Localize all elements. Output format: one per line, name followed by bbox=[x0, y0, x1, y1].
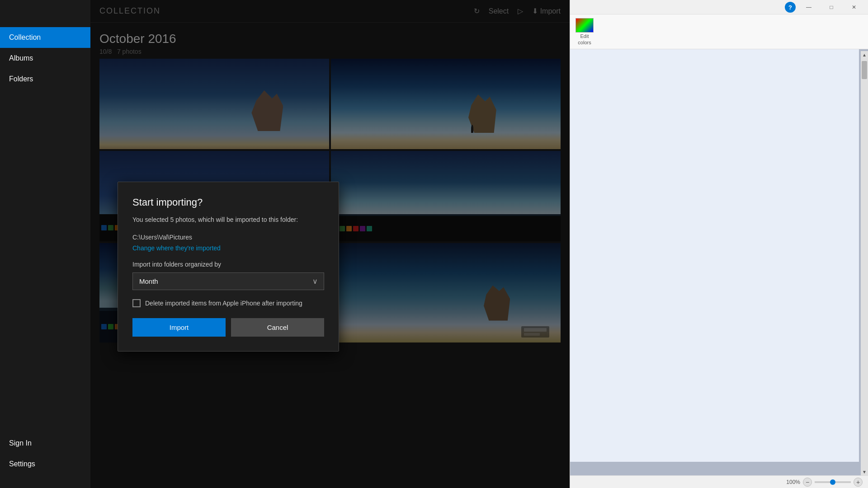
photo-app-main: COLLECTION ↻ Select ▷ ⬇ Import October 2… bbox=[90, 0, 570, 488]
sidebar-item-settings[interactable]: Settings bbox=[0, 454, 90, 474]
zoom-thumb bbox=[830, 479, 835, 485]
sidebar-item-settings-label: Settings bbox=[9, 460, 35, 468]
dialog-title: Start importing? bbox=[132, 197, 324, 208]
sidebar-item-signin-label: Sign In bbox=[9, 439, 32, 447]
maximize-icon: □ bbox=[830, 4, 833, 10]
zoom-out-button[interactable]: − bbox=[803, 478, 812, 487]
edit-colors-tool[interactable]: Edit colors bbox=[576, 18, 594, 45]
right-titlebar: ? — □ ✕ bbox=[570, 0, 868, 14]
delete-checkbox-label: Delete imported items from Apple iPhone … bbox=[145, 300, 302, 307]
sidebar-item-folders-label: Folders bbox=[9, 75, 33, 83]
sidebar-item-folders[interactable]: Folders bbox=[0, 69, 90, 89]
close-icon: ✕ bbox=[852, 4, 856, 10]
import-button[interactable]: Import bbox=[132, 318, 226, 337]
colors-label: colors bbox=[578, 40, 591, 45]
delete-checkbox-row: Delete imported items from Apple iPhone … bbox=[132, 299, 324, 307]
zoom-in-button[interactable]: + bbox=[854, 478, 863, 487]
right-statusbar: 100% − + bbox=[570, 475, 868, 488]
right-toolbar: Edit colors bbox=[570, 14, 868, 49]
zoom-slider[interactable] bbox=[815, 481, 851, 483]
dialog-description: You selected 5 photos, which will be imp… bbox=[132, 216, 324, 225]
change-location-link[interactable]: Change where they're imported bbox=[132, 244, 324, 252]
scroll-down-btn[interactable]: ▼ bbox=[861, 468, 868, 475]
organize-label: Import into folders organized by bbox=[132, 261, 324, 268]
maximize-button[interactable]: □ bbox=[821, 0, 842, 14]
help-button[interactable]: ? bbox=[785, 2, 796, 13]
sidebar-item-signin[interactable]: Sign In bbox=[0, 433, 90, 454]
sidebar-item-collection[interactable]: Collection bbox=[0, 27, 90, 48]
right-panel: ? — □ ✕ Edit colors ▲ ▼ bbox=[570, 0, 868, 488]
sidebar: Collection Albums Folders Sign In Settin… bbox=[0, 0, 90, 488]
zoom-percent: 100% bbox=[786, 479, 800, 485]
dialog-folder-path: C:\Users\Val\Pictures bbox=[132, 234, 324, 241]
dialog-overlay: Start importing? You selected 5 photos, … bbox=[90, 0, 570, 488]
delete-checkbox[interactable] bbox=[132, 299, 141, 307]
sidebar-item-albums[interactable]: Albums bbox=[0, 48, 90, 69]
organize-select[interactable]: DayMonthYearNone bbox=[132, 272, 324, 290]
edit-label: Edit bbox=[580, 33, 589, 39]
zoom-control: 100% − + bbox=[786, 478, 863, 487]
cancel-button[interactable]: Cancel bbox=[231, 318, 324, 337]
minimize-icon: — bbox=[806, 4, 811, 10]
minimize-button[interactable]: — bbox=[798, 0, 819, 14]
organize-select-wrapper: DayMonthYearNone ∨ bbox=[132, 272, 324, 290]
import-dialog: Start importing? You selected 5 photos, … bbox=[118, 182, 339, 352]
dialog-buttons: Import Cancel bbox=[132, 318, 324, 337]
color-swatch bbox=[576, 18, 594, 33]
sidebar-item-albums-label: Albums bbox=[9, 54, 33, 62]
close-button[interactable]: ✕ bbox=[844, 0, 864, 14]
sidebar-item-collection-label: Collection bbox=[9, 33, 41, 41]
vertical-scrollbar[interactable] bbox=[861, 56, 868, 469]
scroll-up-btn[interactable]: ▲ bbox=[861, 51, 868, 58]
